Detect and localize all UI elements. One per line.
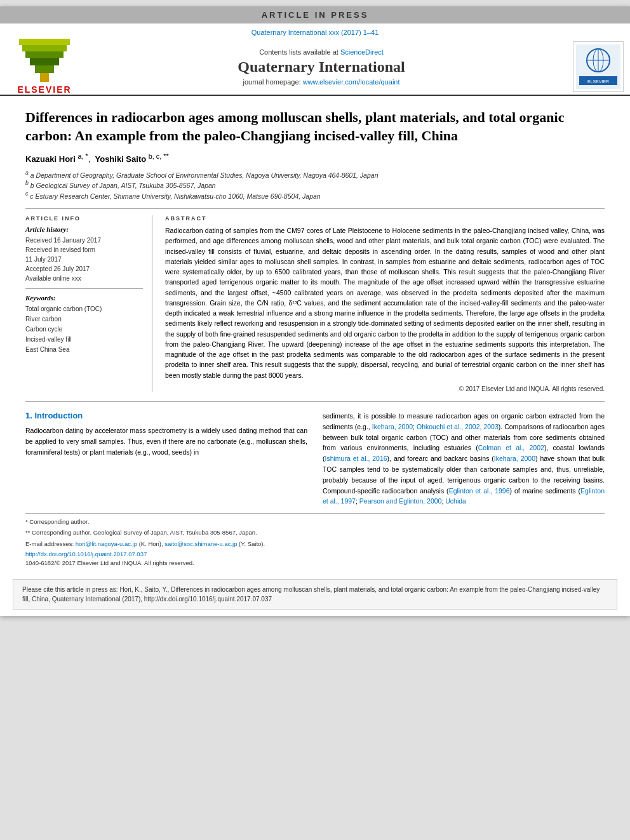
intro-right-col: sediments, it is possible to measure rad… bbox=[323, 411, 605, 507]
svg-rect-5 bbox=[19, 39, 70, 45]
article-in-press-banner: ARTICLE IN PRESS bbox=[0, 6, 630, 23]
affil-sup-a: a, * bbox=[77, 152, 88, 160]
history-title: Article history: bbox=[25, 225, 143, 233]
footnote-emails: E-mail addresses: hori@lit.nagoya-u.ac.j… bbox=[25, 540, 605, 549]
banner-text: ARTICLE IN PRESS bbox=[262, 10, 369, 20]
page: ARTICLE IN PRESS Quaternary Internationa… bbox=[0, 6, 630, 616]
right-logo-box: ELSEVIER bbox=[573, 41, 624, 92]
article-title: Differences in radiocarbon ages among mo… bbox=[25, 109, 605, 145]
keyword-toc: Total organic carbon (TOC) bbox=[25, 304, 143, 314]
journal-meta-line: Quaternary International xxx (2017) 1–41 bbox=[0, 29, 630, 36]
affil-sup-bc: b, c, ** bbox=[149, 152, 169, 160]
author-yoshiki: Yoshiki Saito bbox=[95, 155, 146, 164]
introduction-section: 1. Introduction Radiocarbon dating by ac… bbox=[25, 411, 605, 507]
journal-main-title: Quaternary International bbox=[83, 58, 560, 76]
footnote-divider bbox=[25, 513, 605, 514]
history-online: Available online xxx bbox=[25, 274, 143, 283]
keyword-river: River carbon bbox=[25, 314, 143, 324]
article-info-label: ARTICLE INFO bbox=[25, 215, 143, 222]
journal-header: Quaternary International xxx (2017) 1–41… bbox=[0, 23, 630, 96]
svg-rect-1 bbox=[35, 64, 54, 73]
journal-homepage-line: journal homepage: www.elsevier.com/locat… bbox=[83, 78, 560, 86]
ref-eglinton1996[interactable]: Eglinton et al., 1996 bbox=[449, 487, 510, 495]
ref-ohkouchi2002[interactable]: Ohkouchi et al., 2002, 2003 bbox=[417, 423, 499, 430]
abstract-text: Radiocarbon dating of samples from the C… bbox=[165, 225, 605, 380]
email-saito-link[interactable]: saito@soc.shimane-u.ac.jp bbox=[164, 540, 237, 547]
ref-ikehara2000b[interactable]: Ikehara, 2000 bbox=[494, 455, 535, 462]
ref-colman2002[interactable]: Colman et al., 2002 bbox=[478, 444, 544, 451]
journal-homepage-link[interactable]: www.elsevier.com/locate/quaint bbox=[303, 78, 400, 86]
abstract-label: ABSTRACT bbox=[165, 215, 605, 222]
journal-header-content: ELSEVIER Contents lists available at Sci… bbox=[0, 39, 630, 95]
journal-title-center: Contents lists available at ScienceDirec… bbox=[83, 48, 560, 86]
history-revised-date: 11 July 2017 bbox=[25, 255, 143, 264]
email-hori-link[interactable]: hori@lit.nagoya-u.ac.jp bbox=[76, 540, 137, 547]
history-revised-label: Received in revised form bbox=[25, 245, 143, 255]
history-received: Received 16 January 2017 bbox=[25, 236, 143, 245]
ref-ikehara2000[interactable]: Ikehara, 2000 bbox=[372, 423, 413, 430]
keyword-ivf: Incised-valley fill bbox=[25, 335, 143, 345]
contents-available-line: Contents lists available at ScienceDirec… bbox=[83, 48, 560, 56]
author-kazuaki: Kazuaki Hori bbox=[25, 155, 76, 164]
affil-a: a a Department of Geography, Graduate Sc… bbox=[25, 170, 605, 179]
sciencedirect-link[interactable]: ScienceDirect bbox=[340, 48, 384, 56]
info-abstract-section: ARTICLE INFO Article history: Received 1… bbox=[25, 208, 605, 392]
svg-text:ELSEVIER: ELSEVIER bbox=[587, 79, 609, 84]
elsevier-tree-icon bbox=[16, 39, 73, 83]
footnote-corresponding1: * Corresponding author. bbox=[25, 517, 605, 526]
intro-right-text: sediments, it is possible to measure rad… bbox=[323, 411, 605, 507]
keywords-title: Keywords: bbox=[25, 294, 143, 302]
ref-ishimura2016[interactable]: Ishimura et al., 2016 bbox=[325, 455, 387, 462]
main-section-divider bbox=[25, 401, 605, 402]
elsevier-label-text: ELSEVIER bbox=[17, 84, 71, 95]
affil-b: b b Geological Survey of Japan, AIST, Ts… bbox=[25, 180, 605, 189]
abstract-col: ABSTRACT Radiocarbon dating of samples f… bbox=[165, 215, 605, 392]
intro-heading: 1. Introduction bbox=[25, 411, 307, 420]
affiliations-block: a a Department of Geography, Graduate Sc… bbox=[25, 170, 605, 200]
ref-uchida[interactable]: Uchida bbox=[445, 497, 466, 505]
doi-link[interactable]: http://dx.doi.org/10.1016/j.quaint.2017.… bbox=[25, 550, 605, 557]
journal-right-logo: ELSEVIER bbox=[560, 41, 624, 92]
intro-left-text: Radiocarbon dating by accelerator mass s… bbox=[25, 425, 307, 457]
keyword-ecs: East China Sea bbox=[25, 345, 143, 355]
article-info-col: ARTICLE INFO Article history: Received 1… bbox=[25, 215, 152, 392]
svg-rect-2 bbox=[30, 57, 59, 65]
quat-intl-logo-icon: ELSEVIER bbox=[576, 44, 620, 89]
authors-line: Kazuaki Hori a, *, Yoshiki Saito b, c, *… bbox=[25, 152, 605, 164]
footnote-corresponding2: ** Corresponding author. Geological Surv… bbox=[25, 528, 605, 537]
elsevier-logo: ELSEVIER bbox=[6, 39, 83, 95]
keyword-carbon: Carbon cycle bbox=[25, 324, 143, 335]
info-divider bbox=[25, 288, 143, 289]
affil-c: c c Estuary Research Center, Shimane Uni… bbox=[25, 190, 605, 200]
abstract-copyright: © 2017 Elsevier Ltd and INQUA. All right… bbox=[165, 385, 605, 392]
ref-pearson2000[interactable]: Pearson and Eglinton, 2000 bbox=[359, 497, 442, 505]
intro-left-col: 1. Introduction Radiocarbon dating by ac… bbox=[25, 411, 307, 507]
citation-box: Please cite this article in press as: Ho… bbox=[13, 579, 617, 610]
history-accepted: Accepted 26 July 2017 bbox=[25, 264, 143, 274]
main-content: Differences in radiocarbon ages among mo… bbox=[0, 96, 630, 573]
issn-copyright: 1040-6182/© 2017 Elsevier Ltd and INQUA.… bbox=[25, 559, 605, 566]
citation-text: Please cite this article in press as: Ho… bbox=[22, 586, 600, 603]
